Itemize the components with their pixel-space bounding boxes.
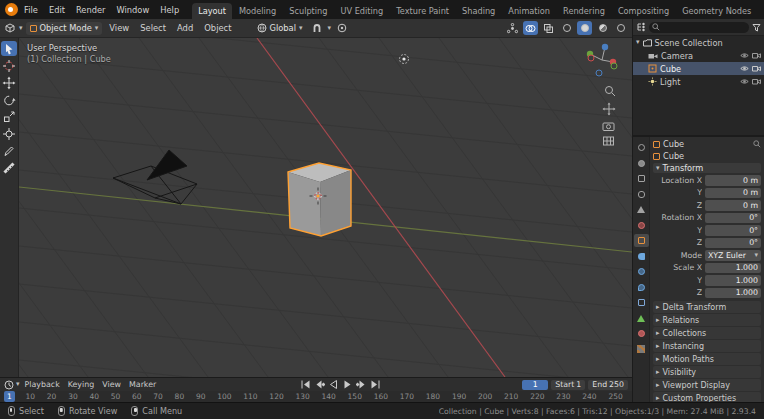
xray-toggle[interactable]	[541, 21, 556, 35]
cursor-tool-button[interactable]	[1, 58, 17, 73]
snap-caret-icon[interactable]: ▾	[328, 25, 332, 32]
editor-type-timeline-icon[interactable]	[4, 380, 14, 390]
expand-caret-icon[interactable]: ▾	[636, 39, 640, 46]
frame-tick[interactable]: 40	[89, 392, 99, 401]
play-button[interactable]	[342, 380, 353, 389]
properties-tab-scene[interactable]	[634, 203, 649, 216]
shading-rendered-button[interactable]	[613, 21, 628, 35]
transform-tool-button[interactable]	[1, 126, 17, 141]
frame-tick[interactable]: 220	[530, 392, 544, 401]
play-reverse-button[interactable]	[328, 380, 339, 389]
properties-tab-constraints[interactable]	[634, 296, 649, 309]
frame-tick[interactable]: 240	[582, 392, 596, 401]
menu-keying[interactable]: Keying	[65, 380, 98, 389]
editor-type-3d-viewport-icon[interactable]	[4, 22, 16, 34]
select-box-tool-button[interactable]	[1, 41, 17, 56]
location-z-field[interactable]: 0 m	[705, 200, 761, 211]
disable-render-camera-icon[interactable]	[752, 52, 761, 59]
properties-section[interactable]: ▸ Custom Properties	[653, 392, 761, 402]
frame-tick[interactable]: 80	[175, 392, 185, 401]
shading-material-button[interactable]	[595, 21, 610, 35]
rotation-y-field[interactable]: 0°	[705, 225, 761, 236]
properties-section[interactable]: ▸ Delta Transform	[653, 301, 761, 313]
properties-section[interactable]: ▸ Relations	[653, 314, 761, 326]
timeline-ruler[interactable]: 1102030405060708090100110120130140150160…	[0, 391, 632, 402]
frame-tick[interactable]: 50	[111, 392, 121, 401]
location-y-field[interactable]: 0 m	[705, 188, 761, 199]
hide-viewport-eye-icon[interactable]	[740, 78, 749, 85]
hide-viewport-eye-icon[interactable]	[740, 65, 749, 72]
frame-tick[interactable]: 120	[269, 392, 283, 401]
disable-render-camera-icon[interactable]	[752, 65, 761, 72]
camera-view-control[interactable]	[603, 123, 614, 131]
tab-layout[interactable]: Layout	[192, 3, 232, 19]
tab-animation[interactable]: Animation	[502, 3, 556, 19]
properties-section[interactable]: ▸ Visibility	[653, 366, 761, 378]
frame-tick[interactable]: 30	[68, 392, 78, 401]
rotation-x-field[interactable]: 0°	[705, 213, 761, 224]
properties-section[interactable]: ▸ Instancing	[653, 340, 761, 352]
filter-icon[interactable]	[752, 23, 761, 32]
3d-viewport[interactable]: User Perspective (1) Collection | Cube	[19, 38, 632, 377]
outliner-row-cube[interactable]: Cube	[633, 62, 764, 75]
frame-end-field[interactable]: End 250	[588, 380, 628, 390]
zoom-control[interactable]	[606, 87, 616, 97]
properties-section[interactable]: ▸ Viewport Display	[653, 379, 761, 391]
menu-window[interactable]: Window	[112, 3, 155, 17]
disable-render-camera-icon[interactable]	[752, 78, 761, 85]
playhead-frame-label[interactable]: 1	[4, 391, 15, 402]
prev-keyframe-button[interactable]	[314, 380, 325, 389]
search-icon[interactable]	[753, 140, 761, 148]
outliner-search-input[interactable]	[649, 22, 749, 33]
hide-viewport-eye-icon[interactable]	[740, 52, 749, 59]
properties-tab-physics[interactable]	[634, 281, 649, 294]
frame-tick[interactable]: 140	[322, 392, 336, 401]
frame-tick[interactable]: 70	[153, 392, 163, 401]
location-x-field[interactable]: 0 m	[705, 175, 761, 186]
rotate-tool-button[interactable]	[1, 92, 17, 107]
properties-section[interactable]: ▸ Collections	[653, 327, 761, 339]
tab-shading[interactable]: Shading	[456, 3, 501, 19]
jump-to-end-button[interactable]	[370, 380, 381, 389]
frame-tick[interactable]: 150	[348, 392, 362, 401]
frame-tick[interactable]: 180	[426, 392, 440, 401]
cube-object[interactable]	[288, 163, 351, 236]
blender-logo-icon[interactable]	[5, 3, 18, 16]
tab-scripting[interactable]: Scripting	[758, 3, 764, 19]
frame-tick[interactable]: 100	[217, 392, 231, 401]
tab-modeling[interactable]: Modeling	[233, 3, 282, 19]
jump-to-start-button[interactable]	[300, 380, 311, 389]
rotation-mode-dropdown[interactable]: XYZ Euler▾	[705, 250, 761, 261]
tab-geometry-nodes[interactable]: Geometry Nodes	[676, 3, 757, 19]
menu-object[interactable]: Object	[200, 21, 235, 35]
proportional-editing-toggle[interactable]	[334, 21, 349, 35]
editor-type-outliner-icon[interactable]	[636, 22, 646, 32]
scale-z-field[interactable]: 1.000	[705, 288, 761, 299]
properties-tab-render[interactable]	[634, 157, 649, 170]
scale-y-field[interactable]: 1.000	[705, 275, 761, 286]
properties-tab-world[interactable]	[634, 219, 649, 232]
tab-compositing[interactable]: Compositing	[612, 3, 675, 19]
move-view-control[interactable]	[603, 103, 616, 116]
next-keyframe-button[interactable]	[356, 380, 367, 389]
outliner-row-light[interactable]: Light	[633, 75, 764, 88]
tab-sculpting[interactable]: Sculpting	[283, 3, 333, 19]
frame-tick[interactable]: 230	[556, 392, 570, 401]
properties-tab-object[interactable]	[634, 234, 649, 247]
frame-tick[interactable]: 190	[452, 392, 466, 401]
snap-magnet-toggle[interactable]	[310, 21, 325, 35]
toggle-perspective-control[interactable]	[604, 137, 614, 145]
axis-y-negative[interactable]	[611, 63, 617, 69]
properties-tab-modifiers[interactable]	[634, 250, 649, 263]
menu-edit[interactable]: Edit	[44, 3, 70, 17]
properties-tab-tool[interactable]	[634, 141, 649, 154]
properties-section[interactable]: ▸ Motion Paths	[653, 353, 761, 365]
frame-tick[interactable]: 60	[132, 392, 142, 401]
axis-z-positive[interactable]	[602, 44, 608, 50]
menu-add[interactable]: Add	[173, 21, 197, 35]
menu-playback[interactable]: Playback	[22, 380, 63, 389]
object-name-row[interactable]: Cube	[653, 151, 761, 161]
axis-z-negative[interactable]	[596, 70, 602, 76]
menu-render[interactable]: Render	[71, 3, 111, 17]
frame-tick[interactable]: 130	[295, 392, 309, 401]
